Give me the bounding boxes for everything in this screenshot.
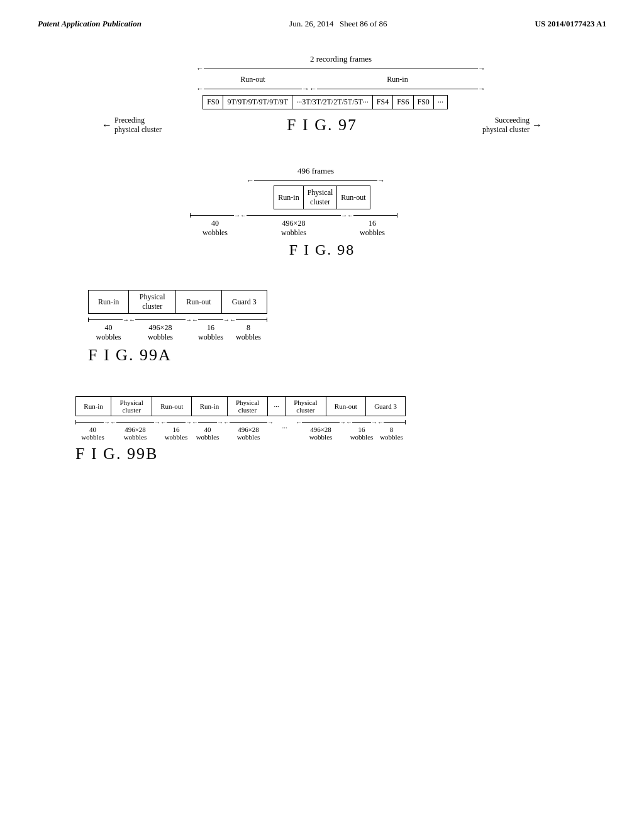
header-publication: Patent Application Publication <box>38 19 142 29</box>
fig99b-cell-guard3: Guard 3 <box>366 397 406 416</box>
fig98-wobble1-label: wobbles <box>203 228 228 238</box>
fig97-cell-dots: ···3T/3T/2T/2T/5T/5T··· <box>292 96 373 109</box>
fig97-succeeding: Succeedingphysical cluster <box>482 116 530 135</box>
fig99b: Run-in Physicalcluster Run-out Run-in Ph… <box>75 396 406 463</box>
fig97-top-label: 2 recording frames <box>310 54 372 64</box>
fig98-cell-runin: Run-in <box>274 186 303 209</box>
fig99a-cell-runin: Run-in <box>89 290 129 314</box>
fig99b-w8-val: 16 <box>358 426 365 433</box>
fig99a-wobble3-label: wobbles <box>198 333 223 342</box>
fig97: 2 recording frames ← → Run-out ← → <box>38 54 606 135</box>
fig99b-cell-runout1: Run-out <box>152 397 192 416</box>
fig99b-table: Run-in Physicalcluster Run-out Run-in Ph… <box>75 396 406 416</box>
fig99b-w7-val: 496×28 <box>310 426 331 433</box>
fig99b-w5-val: 496×28 <box>238 426 259 433</box>
fig99a-wobble4-label: wobbles <box>236 333 261 342</box>
fig99a-table: Run-in Physicalcluster Run-out Guard 3 <box>88 290 267 314</box>
fig99a-label: F I G. 99A <box>88 346 267 365</box>
fig98-wobble2-label: wobbles <box>281 228 306 238</box>
fig99b-w3-lbl: wobbles <box>165 433 188 441</box>
fig99b-cell-physn: Physicalcluster <box>285 397 326 416</box>
fig99a-wobble4-value: 8 <box>247 323 250 333</box>
fig99b-w4-lbl: wobbles <box>196 433 219 441</box>
fig98: 496 frames ← → Run-in Physicalcluster Ru… <box>190 166 454 258</box>
fig99b-w6-dots: ··· <box>282 424 287 431</box>
fig99b-w3-val: 16 <box>173 426 180 433</box>
fig97-cell-9t: 9T/9T/9T/9T/9T/9T <box>223 96 292 109</box>
fig99a: Run-in Physicalcluster Run-out Guard 3 →… <box>88 290 267 365</box>
fig99b-w1-lbl: wobbles <box>81 433 104 441</box>
fig99a-wobble3-value: 16 <box>207 323 214 333</box>
fig99b-w8-lbl: wobbles <box>350 433 374 441</box>
fig99b-cell-phys1: Physicalcluster <box>111 397 152 416</box>
fig99b-w2-lbl: wobbles <box>124 433 147 441</box>
fig99b-cell-runoutn: Run-out <box>326 397 365 416</box>
header-patent-number: US 2014/0177423 A1 <box>535 19 606 29</box>
fig99b-cell-runin1: Run-in <box>76 397 111 416</box>
fig98-cell-physical: Physicalcluster <box>303 186 337 209</box>
fig99a-wobble1-value: 40 <box>105 323 113 333</box>
fig98-wobble3-label: wobbles <box>360 228 385 238</box>
fig99b-w2-val: 496×28 <box>125 426 146 433</box>
fig99b-w5-lbl: wobbles <box>237 433 260 441</box>
page-header: Patent Application Publication Jun. 26, … <box>38 19 606 29</box>
fig99b-label: F I G. 99B <box>75 445 406 463</box>
fig98-label: F I G. 98 <box>289 241 355 258</box>
fig97-preceding: Precedingphysical cluster <box>114 116 162 135</box>
fig97-cell-fs4: FS4 <box>372 96 392 109</box>
fig98-cell-runout: Run-out <box>337 186 370 209</box>
fig97-cell-fs0b: FS0 <box>413 96 433 109</box>
fig97-runin-label: Run-in <box>387 75 408 84</box>
fig97-runout-label: Run-out <box>240 75 265 84</box>
fig99a-wobble2-value: 496×28 <box>149 323 172 333</box>
fig99a-wobble2-label: wobbles <box>148 333 173 342</box>
fig98-wobble3-value: 16 <box>369 219 376 228</box>
fig97-label: F I G. 97 <box>287 116 357 135</box>
header-date-sheet: Jun. 26, 2014 Sheet 86 of 86 <box>289 19 387 29</box>
fig99b-cell-dots: ··· <box>268 397 285 416</box>
fig99b-w7-lbl: wobbles <box>309 433 333 441</box>
fig99b-cell-runin2: Run-in <box>192 397 227 416</box>
fig97-cell-ellipsis: ··· <box>433 96 447 109</box>
fig98-top-label: 496 frames <box>297 166 334 176</box>
fig99b-w1-val: 40 <box>89 426 96 433</box>
page: Patent Application Publication Jun. 26, … <box>0 0 644 830</box>
fig99a-wobble1-label: wobbles <box>96 333 121 342</box>
fig98-wobble2-value: 496×28 <box>282 219 306 228</box>
fig97-cell-fs6: FS6 <box>393 96 413 109</box>
fig99b-w9-val: 8 <box>390 426 394 433</box>
fig98-table: Run-in Physicalcluster Run-out <box>274 185 370 209</box>
fig99a-cell-physical: Physicalcluster <box>129 290 176 314</box>
fig99a-cell-runout: Run-out <box>175 290 221 314</box>
fig99b-w9-lbl: wobbles <box>380 433 403 441</box>
figures-container: 2 recording frames ← → Run-out ← → <box>38 54 606 463</box>
fig97-cell-fs0: FS0 <box>203 96 223 109</box>
fig99b-w4-val: 40 <box>204 426 211 433</box>
fig97-table: FS0 9T/9T/9T/9T/9T/9T ···3T/3T/2T/2T/5T/… <box>203 95 448 109</box>
fig99b-cell-phys2: Physicalcluster <box>227 397 268 416</box>
fig99a-cell-guard3: Guard 3 <box>221 290 267 314</box>
fig98-wobble1-value: 40 <box>211 219 219 228</box>
